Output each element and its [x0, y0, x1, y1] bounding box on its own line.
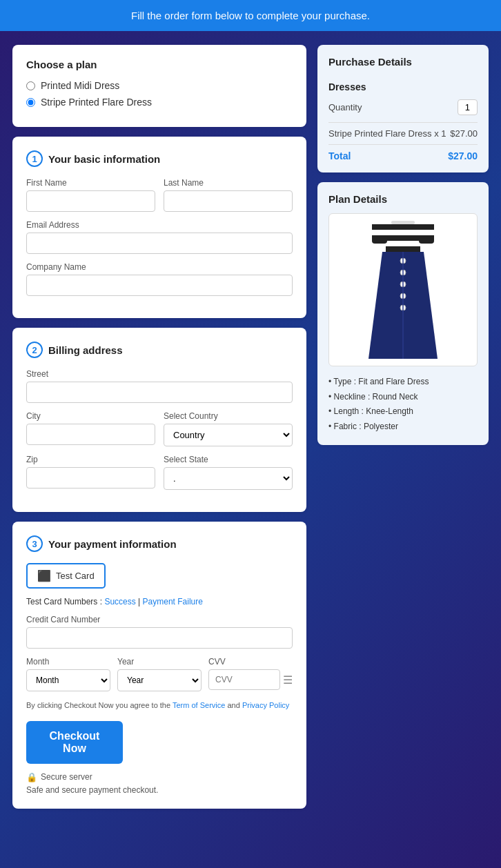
step-3-circle: 3 — [26, 535, 43, 552]
card-icon: ⬛ — [37, 569, 51, 582]
cvv-group: CVV ☰ — [208, 657, 293, 691]
zip-label: Zip — [26, 455, 155, 464]
cvv-wrapper: ☰ — [208, 669, 293, 690]
feature-2: Neckline : Round Neck — [328, 390, 478, 405]
step-1-circle: 1 — [26, 150, 43, 167]
choose-plan-card: Choose a plan Printed Midi Dress Stripe … — [12, 45, 306, 127]
total-value: $27.00 — [448, 150, 478, 161]
basic-info-title: Your basic information — [48, 153, 160, 165]
year-group: Year Year 202420252026 202720282029 — [117, 657, 202, 691]
street-input[interactable] — [26, 382, 293, 403]
secure-label: Secure server — [41, 772, 92, 782]
svg-rect-12 — [419, 230, 434, 235]
item-label: Stripe Printed Flare Dress x 1 — [328, 128, 446, 139]
zip-input[interactable] — [26, 467, 155, 489]
dress-image-container — [328, 213, 478, 366]
privacy-link[interactable]: Privacy Policy — [242, 701, 289, 709]
plan-option-2[interactable]: Stripe Printed Flare Dress — [26, 97, 293, 108]
company-group: Company Name — [26, 262, 293, 296]
plan-details-title: Plan Details — [328, 193, 478, 205]
banner-text: Fill the order form below to complete yo… — [131, 10, 370, 21]
failure-link[interactable]: Payment Failure — [143, 597, 203, 606]
first-name-input[interactable] — [26, 190, 155, 212]
lock-icon: 🔒 — [26, 772, 37, 782]
safe-text: Safe and secure payment checkout. — [26, 785, 293, 795]
terms-middle: and — [227, 701, 242, 709]
city-input[interactable] — [26, 424, 155, 445]
checkout-label: Checkout Now — [50, 730, 100, 754]
plan-label-2: Stripe Printed Flare Dress — [41, 97, 152, 108]
payment-title: Your payment information — [48, 538, 177, 550]
feature-4: Fabric : Polyester — [328, 420, 478, 435]
month-group: Month Month 010203 040506 070809 101112 — [26, 657, 110, 691]
test-card-label: Test Card — [56, 571, 95, 581]
company-label: Company Name — [26, 262, 293, 272]
credit-card-input[interactable] — [26, 627, 293, 649]
last-name-group: Last Name — [164, 178, 293, 212]
credit-card-label: Credit Card Number — [26, 615, 293, 624]
plan-details-card: Plan Details — [317, 182, 489, 445]
terms-text: By clicking Checkout Now you agree to th… — [26, 700, 293, 711]
billing-title: Billing address — [48, 344, 123, 356]
svg-rect-3 — [386, 235, 420, 241]
street-label: Street — [26, 369, 293, 379]
state-label: Select State — [164, 455, 293, 464]
country-group: Select Country Country — [164, 411, 293, 446]
plan-radio-1[interactable] — [26, 81, 35, 90]
email-input[interactable] — [26, 233, 293, 254]
svg-rect-5 — [386, 246, 420, 252]
svg-rect-4 — [386, 241, 420, 246]
plan-option-1[interactable]: Printed Midi Dress — [26, 80, 293, 91]
email-label: Email Address — [26, 220, 293, 230]
plan-features: Type : Fit and Flare Dress Neckline : Ro… — [328, 375, 478, 434]
country-select[interactable]: Country — [164, 424, 293, 446]
terms-prefix: By clicking Checkout Now you agree to th… — [26, 701, 173, 709]
top-banner: Fill the order form below to complete yo… — [0, 0, 501, 31]
city-group: City — [26, 411, 155, 446]
test-card-prefix: Test Card Numbers : — [26, 597, 104, 606]
last-name-label: Last Name — [164, 178, 293, 188]
cvv-card-icon: ☰ — [283, 673, 293, 687]
secure-row: 🔒 Secure server — [26, 772, 293, 782]
country-label: Select Country — [164, 411, 293, 421]
step-2-circle: 2 — [26, 342, 43, 358]
city-label: City — [26, 411, 155, 421]
first-name-group: First Name — [26, 178, 155, 212]
total-label: Total — [328, 150, 351, 161]
year-select[interactable]: Year 202420252026 202720282029 — [117, 669, 202, 691]
month-select[interactable]: Month 010203 040506 070809 101112 — [26, 669, 110, 691]
purchase-section-title: Dresses — [328, 81, 478, 92]
billing-card: 2 Billing address Street City Select Cou… — [12, 328, 306, 512]
svg-rect-7 — [372, 224, 387, 230]
street-group: Street — [26, 369, 293, 403]
quantity-label: Quantity — [328, 102, 362, 112]
zip-group: Zip — [26, 455, 155, 490]
first-name-label: First Name — [26, 178, 155, 188]
test-card-info: Test Card Numbers : Success | Payment Fa… — [26, 597, 293, 606]
dress-image — [358, 221, 448, 359]
choose-plan-title: Choose a plan — [26, 59, 293, 70]
feature-1: Type : Fit and Flare Dress — [328, 375, 478, 390]
company-input[interactable] — [26, 275, 293, 296]
checkout-button[interactable]: Checkout Now — [26, 721, 123, 764]
test-card-button[interactable]: ⬛ Test Card — [26, 563, 106, 589]
svg-rect-11 — [419, 224, 434, 230]
purchase-details-title: Purchase Details — [328, 56, 478, 73]
year-label: Year — [117, 657, 202, 667]
svg-rect-9 — [372, 235, 387, 241]
success-link[interactable]: Success — [104, 597, 135, 606]
terms-link[interactable]: Term of Service — [173, 701, 225, 709]
basic-info-card: 1 Your basic information First Name Last… — [12, 137, 306, 318]
plan-radio-2[interactable] — [26, 98, 35, 107]
svg-rect-2 — [386, 230, 420, 235]
cvv-input[interactable] — [208, 669, 280, 690]
state-select[interactable]: . — [164, 467, 293, 490]
svg-rect-1 — [386, 224, 420, 230]
payment-card: 3 Your payment information ⬛ Test Card T… — [12, 522, 306, 809]
email-group: Email Address — [26, 220, 293, 254]
quantity-value: 1 — [458, 99, 478, 115]
cvv-label: CVV — [208, 657, 293, 667]
svg-rect-8 — [372, 230, 387, 235]
svg-rect-13 — [419, 235, 434, 241]
last-name-input[interactable] — [164, 190, 293, 212]
